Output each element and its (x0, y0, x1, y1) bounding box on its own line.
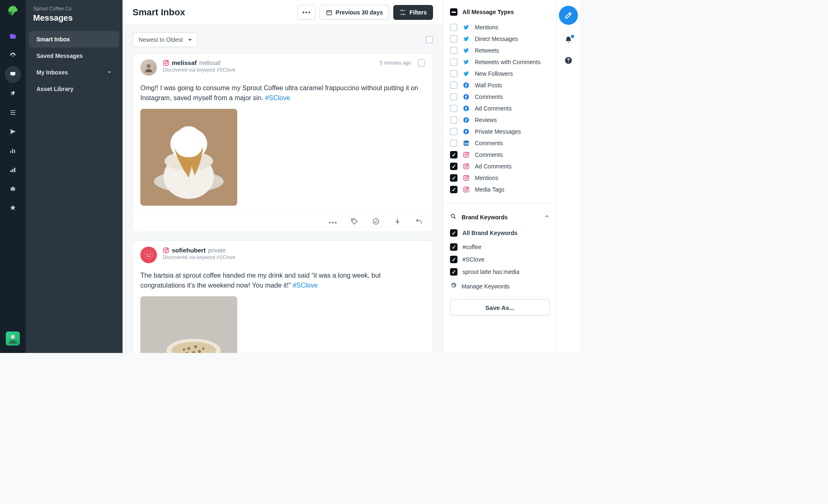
checkbox[interactable] (450, 24, 457, 31)
author-avatar[interactable] (140, 247, 157, 263)
svg-point-68 (467, 176, 468, 177)
gear-icon (450, 282, 457, 290)
tag-icon[interactable] (351, 218, 358, 227)
checkbox[interactable] (450, 268, 457, 276)
checkbox[interactable] (450, 47, 457, 54)
checkbox[interactable] (450, 70, 457, 77)
brand-keyword-all[interactable]: All Brand Keywords (450, 227, 550, 239)
svg-rect-6 (14, 150, 15, 153)
complete-icon[interactable] (372, 218, 380, 227)
save-as-button[interactable]: Save As... (450, 299, 550, 316)
checkbox[interactable] (450, 243, 457, 251)
page-title: Smart Inbox (132, 7, 293, 18)
filter-type-label: Reviews (475, 117, 497, 123)
sidebar-item-saved-messages[interactable]: Saved Messages (29, 48, 119, 64)
nav-bot-icon[interactable] (5, 180, 21, 197)
author-handle: melissaf (199, 60, 220, 66)
checkbox[interactable] (450, 82, 457, 89)
compose-button[interactable] (559, 6, 578, 25)
filter-type-row[interactable]: Private Messages (450, 126, 550, 137)
nav-star-icon[interactable] (5, 199, 21, 216)
checkbox[interactable] (450, 139, 457, 147)
filters-button[interactable]: Filters (393, 5, 433, 20)
sidebar-item-smart-inbox[interactable]: Smart Inbox (29, 31, 119, 48)
filter-type-row[interactable]: Reviews (450, 114, 550, 126)
svg-rect-9 (14, 168, 15, 173)
checkbox[interactable] (450, 256, 457, 263)
checkbox[interactable] (450, 58, 457, 66)
hashtag[interactable]: #SClove (293, 282, 318, 289)
filter-type-row[interactable]: Media Tags (450, 184, 550, 195)
svg-point-72 (451, 214, 455, 218)
brand-keyword-row[interactable]: #coffee (450, 241, 550, 253)
pin-icon[interactable] (394, 218, 401, 227)
reply-icon[interactable] (415, 218, 423, 227)
svg-rect-3 (10, 114, 15, 115)
brand-keywords-header[interactable]: Brand Keywords (450, 211, 550, 225)
select-all-checkbox[interactable] (426, 36, 433, 43)
sort-label: Newest to Oldest (139, 36, 183, 43)
divider (443, 203, 556, 203)
sidebar-item-label: Smart Inbox (36, 36, 70, 43)
author-name[interactable]: melissaf (172, 59, 197, 66)
nav-pin-icon[interactable] (5, 85, 21, 102)
sort-select[interactable]: Newest to Oldest (132, 32, 197, 47)
hashtag[interactable]: #SClove (265, 94, 290, 101)
filter-type-row[interactable]: Retweets with Comments (450, 56, 550, 68)
sidebar-item-my-inboxes[interactable]: My Inboxes (29, 64, 119, 81)
checkbox[interactable] (450, 174, 457, 182)
checkbox[interactable] (450, 229, 457, 237)
author-avatar[interactable] (140, 59, 157, 76)
checkbox[interactable] (450, 116, 457, 124)
nav-publish-icon[interactable] (5, 123, 21, 140)
checkbox[interactable] (450, 163, 457, 170)
save-as-label: Save As... (485, 304, 514, 311)
filter-type-row[interactable]: Ad Comments (450, 161, 550, 172)
filter-type-row[interactable]: Direct Messages (450, 33, 550, 45)
filter-type-row[interactable]: Comments (450, 137, 550, 149)
message-checkbox[interactable] (418, 59, 425, 67)
filter-type-row[interactable]: Comments (450, 91, 550, 103)
user-avatar[interactable] (6, 331, 20, 346)
notifications-icon[interactable] (564, 36, 573, 46)
filter-type-row[interactable]: Retweets (450, 45, 550, 56)
nav-reports-icon[interactable] (5, 142, 21, 159)
svg-point-45 (187, 347, 190, 350)
all-types-checkbox[interactable] (450, 8, 457, 16)
brand-keyword-row[interactable]: #SClove (450, 253, 550, 266)
filter-header[interactable]: All Message Types (450, 6, 550, 20)
message-image[interactable] (140, 109, 237, 206)
nav-feed-icon[interactable] (5, 104, 21, 121)
date-range-button[interactable]: Previous 30 days (320, 5, 389, 20)
more-button[interactable] (297, 5, 315, 20)
checkbox[interactable] (450, 93, 457, 101)
nav-analytics-icon[interactable] (5, 161, 21, 178)
filter-type-row[interactable]: New Followers (450, 68, 550, 79)
filter-type-row[interactable]: Mentions (450, 22, 550, 33)
svg-rect-13 (12, 186, 13, 187)
filter-type-row[interactable]: Wall Posts (450, 79, 550, 91)
checkbox[interactable] (450, 35, 457, 43)
filter-type-row[interactable]: Mentions (450, 172, 550, 184)
help-icon[interactable] (564, 56, 573, 66)
svg-point-14 (11, 335, 15, 339)
sidebar-item-asset-library[interactable]: Asset Library (29, 81, 119, 97)
filter-type-row[interactable]: Ad Comments (450, 103, 550, 114)
message-image[interactable] (140, 296, 237, 353)
svg-point-64 (465, 165, 467, 167)
nav-dashboard-icon[interactable] (5, 47, 21, 64)
brand-keyword-row[interactable]: sprout latte has:media (450, 266, 550, 278)
author-name[interactable]: sofiehubert (172, 247, 206, 254)
checkbox[interactable] (450, 105, 457, 112)
discovered-via: Discovered via keyword #SClove (163, 67, 374, 73)
more-icon[interactable] (329, 218, 337, 227)
filter-type-row[interactable]: Comments (450, 149, 550, 161)
nav-inbox-icon[interactable] (5, 66, 21, 83)
filter-type-label: Comments (475, 140, 503, 146)
checkbox[interactable] (450, 186, 457, 193)
manage-keywords[interactable]: Manage Keywords (450, 280, 550, 293)
nav-folder-icon[interactable] (5, 28, 21, 45)
checkbox[interactable] (450, 151, 457, 158)
checkbox[interactable] (450, 128, 457, 135)
svg-point-39 (165, 249, 167, 251)
